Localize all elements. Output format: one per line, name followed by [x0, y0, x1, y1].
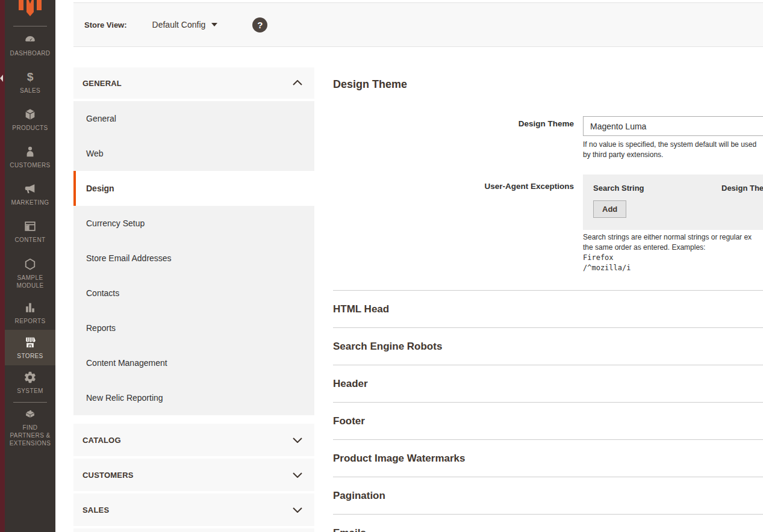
store-view-label: Store View: [84, 20, 127, 29]
panel-collapse-arrow-icon[interactable] [0, 75, 3, 82]
sidebar-item-label: REPORTS [5, 317, 55, 325]
config-general-items: General Web Design Currency Setup Store … [73, 101, 314, 415]
sidebar-item-label: PRODUCTS [5, 124, 55, 132]
section-footer[interactable]: Footer [333, 402, 763, 439]
config-item-general[interactable]: General [73, 101, 314, 136]
config-section-next-partial [73, 528, 314, 532]
sample-module-icon [23, 258, 37, 271]
sidebar-item-label: SYSTEM [5, 387, 55, 395]
store-view-bar: Store View: Default Config ? [73, 2, 763, 47]
sales-icon: $ [23, 70, 37, 84]
config-section-nav: GENERAL General Web Design Currency Setu… [73, 67, 314, 532]
design-theme-select[interactable]: Magento Luma [583, 116, 763, 136]
sidebar-item-reports[interactable]: REPORTS [5, 296, 55, 330]
config-item-currency-setup[interactable]: Currency Setup [73, 206, 314, 241]
config-item-store-email-addresses[interactable]: Store Email Addresses [73, 241, 314, 276]
user-agent-field-label: User-Agent Exceptions [333, 182, 574, 191]
sidebar-item-sample-module[interactable]: SAMPLE MODULE [5, 250, 55, 296]
design-config-content: Design Theme Design Theme Magento Luma I… [333, 72, 763, 532]
section-emails[interactable]: Emails [333, 514, 763, 532]
sidebar-item-label: CONTENT [5, 236, 55, 244]
svg-text:$: $ [27, 70, 34, 83]
sidebar-item-label: FIND PARTNERS & EXTENSIONS [5, 424, 55, 447]
sidebar-item-marketing[interactable]: MARKETING [5, 176, 55, 213]
example-code-regex: /^mozilla/i [583, 263, 752, 273]
sidebar-item-stores[interactable]: STORES [5, 330, 55, 365]
chevron-down-icon [293, 472, 302, 478]
design-theme-column-header: Design Theme [721, 184, 763, 193]
section-pagination[interactable]: Pagination [333, 477, 763, 514]
stores-icon [23, 336, 37, 349]
section-header[interactable]: Header [333, 365, 763, 402]
products-icon [23, 108, 37, 121]
chevron-up-icon [293, 80, 302, 86]
sidebar-item-label: DASHBOARD [5, 49, 55, 57]
config-section-customers[interactable]: CUSTOMERS [73, 459, 314, 491]
section-search-engine-robots[interactable]: Search Engine Robots [333, 327, 763, 365]
admin-sidebar: DASHBOARD $ SALES PRODUCTS CUSTOMERS [0, 0, 55, 532]
design-theme-note: If no value is specified, the system def… [583, 140, 756, 160]
sidebar-item-system[interactable]: SYSTEM [5, 365, 55, 400]
page-title: Design Theme [333, 78, 407, 91]
dashboard-icon [23, 33, 37, 46]
store-view-switcher[interactable]: Default Config [152, 20, 218, 29]
config-item-design[interactable]: Design [73, 171, 314, 206]
sidebar-item-find-partners[interactable]: FIND PARTNERS & EXTENSIONS [5, 404, 55, 450]
config-section-general[interactable]: GENERAL [73, 67, 314, 99]
config-item-new-relic-reporting[interactable]: New Relic Reporting [73, 380, 314, 415]
section-html-head[interactable]: HTML Head [333, 290, 763, 327]
user-agent-exceptions-table: Search String Design Theme Add [583, 175, 763, 230]
sidebar-item-dashboard[interactable]: DASHBOARD [5, 26, 55, 64]
chevron-down-icon [293, 507, 302, 513]
sidebar-item-label: SALES [5, 87, 55, 94]
user-agent-note: Search strings are either normal strings… [583, 232, 752, 273]
sidebar-item-content[interactable]: CONTENT [5, 213, 55, 250]
sidebar-item-label: SAMPLE MODULE [5, 274, 55, 289]
add-exception-button[interactable]: Add [593, 200, 626, 218]
system-icon [23, 371, 37, 384]
magento-admin-config-page: DASHBOARD $ SALES PRODUCTS CUSTOMERS [0, 0, 763, 532]
chevron-down-icon [211, 23, 217, 26]
example-code-firefox: Firefox [583, 253, 752, 263]
sidebar-item-label: STORES [5, 352, 55, 360]
customers-icon [23, 145, 37, 158]
find-partners-icon [23, 407, 37, 421]
sidebar-item-customers[interactable]: CUSTOMERS [5, 138, 55, 176]
help-icon[interactable]: ? [252, 17, 267, 32]
sidebar-item-sales[interactable]: $ SALES [5, 64, 55, 101]
sidebar-item-label: CUSTOMERS [5, 161, 55, 169]
reports-icon [23, 301, 37, 314]
sidebar-divider [13, 402, 47, 403]
magento-logo[interactable] [5, 0, 55, 26]
config-item-contacts[interactable]: Contacts [73, 276, 314, 311]
sidebar-item-products[interactable]: PRODUCTS [5, 101, 55, 138]
config-section-catalog[interactable]: CATALOG [73, 424, 314, 456]
config-section-sales[interactable]: SALES [73, 493, 314, 526]
search-string-column-header: Search String [593, 184, 711, 193]
marketing-icon [23, 182, 37, 196]
store-view-value: Default Config [152, 20, 206, 29]
config-item-web[interactable]: Web [73, 136, 314, 171]
design-theme-field-label: Design Theme [333, 119, 574, 128]
content-icon [23, 220, 37, 233]
section-product-image-watermarks[interactable]: Product Image Watermarks [333, 439, 763, 477]
config-item-reports[interactable]: Reports [73, 311, 314, 345]
chevron-down-icon [293, 437, 302, 443]
sidebar-item-label: MARKETING [5, 199, 55, 206]
config-item-content-management[interactable]: Content Management [73, 345, 314, 380]
collapsed-sections: HTML Head Search Engine Robots Header Fo… [333, 290, 763, 532]
